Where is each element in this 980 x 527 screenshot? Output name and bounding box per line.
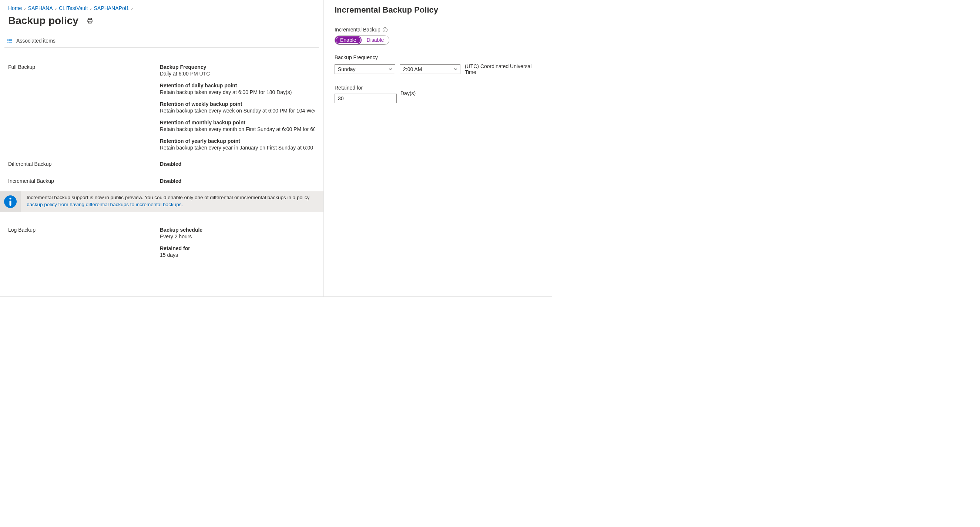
differential-backup-label: Differential Backup	[8, 161, 160, 167]
print-icon[interactable]	[87, 18, 93, 24]
incremental-backup-status: Disabled	[160, 178, 315, 184]
retained-for-row: Day(s)	[334, 94, 542, 103]
incremental-backup-label: Incremental Backup	[8, 178, 160, 184]
time-select-value: 2:00 AM	[403, 66, 422, 72]
retained-for-label: Retained for	[334, 85, 542, 91]
time-select[interactable]: 2:00 AM	[400, 64, 460, 74]
chevron-right-icon: ›	[131, 6, 133, 11]
breadcrumb-saphana[interactable]: SAPHANA	[28, 5, 53, 11]
monthly-retention-val: Retain backup taken every month on First…	[160, 126, 315, 132]
yearly-retention-key: Retention of yearly backup point	[160, 138, 315, 144]
yearly-retention-val: Retain backup taken every year in Januar…	[160, 145, 315, 151]
day-select[interactable]: Sunday	[334, 64, 395, 74]
disable-button[interactable]: Disable	[361, 36, 389, 45]
enable-button[interactable]: Enable	[335, 36, 361, 45]
daily-retention-key: Retention of daily backup point	[160, 83, 315, 88]
full-backup-freq-key: Backup Frequency	[160, 64, 315, 70]
enable-disable-toggle: Enable Disable	[334, 35, 389, 45]
full-backup-body: Backup Frequency Daily at 6:00 PM UTC Re…	[160, 64, 315, 151]
full-backup-section: Full Backup Backup Frequency Daily at 6:…	[8, 64, 315, 151]
log-backup-label: Log Backup	[8, 227, 160, 233]
day-select-value: Sunday	[338, 66, 355, 72]
breadcrumb-clitestvault[interactable]: CLITestVault	[59, 5, 88, 11]
log-schedule-val: Every 2 hours	[160, 234, 315, 239]
incremental-backup-section: Incremental Backup Disabled	[8, 178, 315, 185]
full-backup-freq-val: Daily at 6:00 PM UTC	[160, 71, 315, 76]
associated-items-icon	[7, 38, 13, 44]
breadcrumb-home[interactable]: Home	[8, 5, 22, 11]
timezone-text: (UTC) Coordinated Universal Time	[465, 63, 542, 75]
weekly-retention-key: Retention of weekly backup point	[160, 101, 315, 107]
log-retain-key: Retained for	[160, 245, 315, 251]
chevron-right-icon: ›	[55, 6, 57, 11]
info-icon	[4, 196, 17, 208]
associated-items-bar[interactable]: Associated items	[5, 35, 319, 48]
info-link[interactable]: backup policy from having differential b…	[27, 202, 183, 207]
chevron-right-icon: ›	[90, 6, 91, 11]
info-text: Incremental backup support is now in pub…	[27, 191, 309, 211]
log-backup-section: Log Backup Backup schedule Every 2 hours…	[8, 227, 315, 258]
monthly-retention-key: Retention of monthly backup point	[160, 119, 315, 126]
log-schedule-key: Backup schedule	[160, 227, 315, 233]
differential-backup-section: Differential Backup Disabled	[8, 161, 315, 168]
backup-frequency-label: Backup Frequency	[334, 54, 542, 61]
differential-backup-status: Disabled	[160, 161, 315, 167]
backup-frequency-row: Sunday 2:00 AM (UTC) Coordinated Univers…	[334, 63, 542, 75]
weekly-retention-val: Retain backup taken every week on Sunday…	[160, 108, 315, 114]
chevron-right-icon: ›	[24, 6, 25, 11]
chevron-down-icon	[388, 67, 393, 72]
daily-retention-val: Retain backup taken every day at 6:00 PM…	[160, 89, 315, 95]
info-banner: Incremental backup support is now in pub…	[0, 191, 323, 212]
full-backup-label: Full Backup	[8, 64, 160, 70]
breadcrumb: Home › SAPHANA › CLITestVault › SAPHANAP…	[8, 5, 315, 11]
info-line1: Incremental backup support is now in pub…	[27, 195, 309, 200]
page-title-row: Backup policy	[8, 15, 315, 27]
page-title: Backup policy	[8, 15, 78, 27]
info-icon-box	[0, 191, 21, 212]
breadcrumb-saphanapol1[interactable]: SAPHANAPol1	[94, 5, 129, 11]
info-tooltip-icon[interactable]	[383, 27, 388, 32]
side-panel: Incremental Backup Policy Incremental Ba…	[324, 0, 552, 297]
incremental-backup-field-text: Incremental Backup	[334, 27, 380, 33]
chevron-down-icon	[453, 67, 458, 72]
log-retain-val: 15 days	[160, 252, 315, 258]
associated-items-label: Associated items	[16, 38, 56, 44]
main-pane: Home › SAPHANA › CLITestVault › SAPHANAP…	[0, 0, 324, 297]
panel-title: Incremental Backup Policy	[334, 5, 542, 15]
retained-for-input[interactable]	[334, 94, 397, 103]
retained-for-unit: Day(s)	[401, 90, 415, 96]
incremental-backup-field-label: Incremental Backup	[334, 27, 542, 33]
